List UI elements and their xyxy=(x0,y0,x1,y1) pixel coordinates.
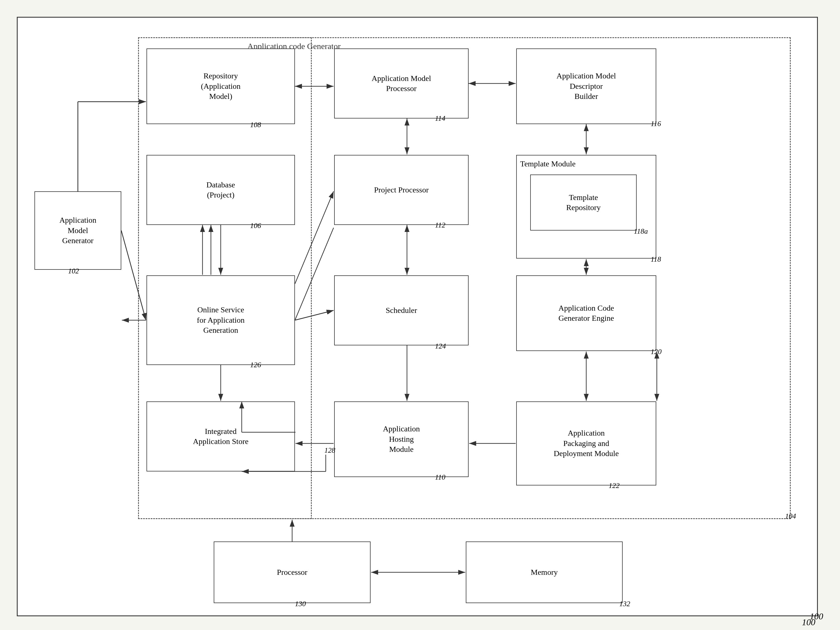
app-code-gen-label: Application CodeGenerator Engine xyxy=(559,303,614,324)
ref-118a: 118a xyxy=(634,227,648,235)
database-label: Database(Project) xyxy=(207,180,235,200)
ref-106: 106 xyxy=(250,221,261,230)
online-service-label: Online Servicefor ApplicationGeneration xyxy=(197,305,245,335)
template-repository-box: TemplateRepository xyxy=(530,175,637,231)
project-processor-box: Project Processor xyxy=(334,155,469,225)
app-packaging-box: ApplicationPackaging andDeployment Modul… xyxy=(516,401,656,485)
template-module-label: Template Module xyxy=(520,159,576,169)
ref-132: 132 xyxy=(619,600,630,608)
template-repository-label: TemplateRepository xyxy=(566,193,601,213)
app-hosting-box: ApplicationHostingModule xyxy=(334,401,469,477)
memory-box: Memory xyxy=(466,542,623,603)
online-service-box: Online Servicefor ApplicationGeneration xyxy=(147,275,295,365)
app-hosting-label: ApplicationHostingModule xyxy=(383,424,420,454)
app-model-descriptor-label: Application ModelDescriptorBuilder xyxy=(557,71,616,101)
ref-114: 114 xyxy=(435,114,445,123)
ref-102: 102 xyxy=(68,267,79,275)
ref-126: 126 xyxy=(250,361,261,369)
ref-108: 108 xyxy=(250,121,261,129)
diagram-container: Application code Generator 104 Applicati… xyxy=(17,17,818,616)
integrated-store-label: IntegratedApplication Store xyxy=(193,426,248,447)
repository-box: Repository(ApplicationModel) xyxy=(147,49,295,124)
database-box: Database(Project) xyxy=(147,155,295,225)
ref-124: 124 xyxy=(435,342,446,351)
ref-112: 112 xyxy=(435,221,445,229)
memory-label: Memory xyxy=(531,567,558,577)
project-processor-label: Project Processor xyxy=(374,185,428,195)
app-code-gen-box: Application CodeGenerator Engine xyxy=(516,275,656,351)
scheduler-box: Scheduler xyxy=(334,275,469,346)
app-model-descriptor-box: Application ModelDescriptorBuilder xyxy=(516,49,656,124)
ref-122: 122 xyxy=(609,482,620,490)
ref-100-outer: 100 xyxy=(810,611,823,622)
integrated-store-box: IntegratedApplication Store xyxy=(147,401,295,471)
scheduler-label: Scheduler xyxy=(386,305,417,316)
app-model-generator-box: ApplicationModelGenerator xyxy=(35,191,121,270)
app-model-processor-box: Application ModelProcessor xyxy=(334,49,469,118)
ref-116: 116 xyxy=(651,120,661,128)
processor-label: Processor xyxy=(277,567,308,577)
ref-104: 104 xyxy=(785,512,796,521)
ref-130: 130 xyxy=(295,600,306,608)
processor-box: Processor xyxy=(214,542,371,603)
repository-label: Repository(ApplicationModel) xyxy=(201,71,241,101)
ref-128: 128 xyxy=(324,446,335,455)
ref-120: 120 xyxy=(651,347,662,356)
app-packaging-label: ApplicationPackaging andDeployment Modul… xyxy=(554,428,619,459)
ref-118: 118 xyxy=(651,255,661,264)
ref-110: 110 xyxy=(435,473,445,482)
app-model-processor-label: Application ModelProcessor xyxy=(372,73,431,94)
app-model-generator-label: ApplicationModelGenerator xyxy=(59,215,96,246)
